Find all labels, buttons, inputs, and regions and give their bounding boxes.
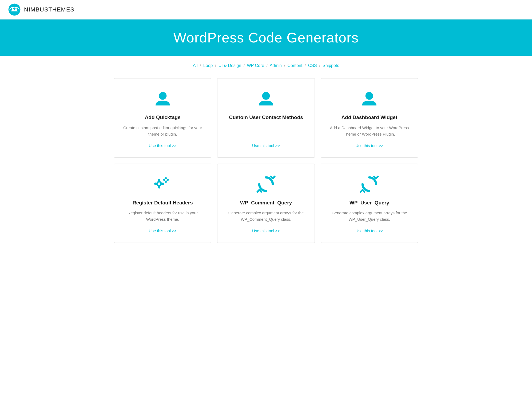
logo-bold: NIMBUS	[24, 6, 49, 13]
sep-6: /	[305, 63, 306, 68]
sep-5: /	[284, 63, 285, 68]
refresh-icon	[256, 175, 276, 194]
user-icon	[153, 89, 172, 108]
hero-title: WordPress Code Generators	[5, 30, 527, 46]
sep-2: /	[215, 63, 216, 68]
card-wp-user-query: WP_User_Query Generate complex argument …	[321, 164, 418, 243]
card-desc: Generate complex argument arrays for the…	[329, 210, 410, 223]
svg-rect-18	[163, 179, 165, 180]
filter-ui-design[interactable]: UI & Design	[219, 63, 241, 68]
card-custom-user-contact: Custom User Contact Methods Use this too…	[217, 78, 315, 158]
top-bar: NIMBUSTHEMES	[0, 0, 532, 19]
filter-nav: All / Loop / UI & Design / WP Core / Adm…	[0, 56, 532, 73]
card-title: WP_User_Query	[350, 200, 389, 206]
cards-grid: Add Quicktags Create custom post-editor …	[106, 78, 426, 243]
card-desc: Create custom post-editor quicktags for …	[122, 125, 203, 137]
card-link[interactable]: Use this tool >>	[252, 228, 280, 233]
logo-light: THEMES	[49, 6, 75, 13]
svg-point-3	[366, 92, 373, 100]
user-icon	[360, 89, 379, 108]
filter-admin[interactable]: Admin	[270, 63, 282, 68]
card-title: Add Dashboard Widget	[341, 114, 397, 121]
card-link[interactable]: Use this tool >>	[252, 143, 280, 148]
svg-rect-16	[165, 177, 166, 179]
refresh-icon	[360, 175, 379, 194]
svg-point-0	[9, 4, 21, 16]
card-desc: Generate complex argument arrays for the…	[225, 210, 306, 223]
filter-css[interactable]: CSS	[308, 63, 317, 68]
card-title: WP_Comment_Query	[240, 200, 292, 206]
card-link[interactable]: Use this tool >>	[355, 143, 383, 148]
svg-point-1	[159, 92, 166, 100]
card-link[interactable]: Use this tool >>	[149, 143, 177, 148]
card-link[interactable]: Use this tool >>	[355, 228, 383, 233]
svg-point-5	[158, 182, 160, 185]
svg-rect-17	[165, 181, 166, 183]
card-register-default-headers: Register Default Headers Register defaul…	[114, 164, 211, 243]
filter-content[interactable]: Content	[287, 63, 302, 68]
card-desc: Add a Dashboard Widget to your WordPress…	[329, 125, 410, 137]
svg-rect-19	[167, 179, 169, 180]
card-wp-comment-query: WP_Comment_Query Generate complex argume…	[217, 164, 315, 243]
card-title: Add Quicktags	[145, 114, 181, 121]
filter-snippets[interactable]: Snippets	[323, 63, 339, 68]
card-add-dashboard-widget: Add Dashboard Widget Add a Dashboard Wid…	[321, 78, 418, 158]
filter-loop[interactable]: Loop	[203, 63, 213, 68]
sep-3: /	[244, 63, 245, 68]
sep-7: /	[319, 63, 320, 68]
svg-point-2	[262, 92, 270, 100]
logo-text: NIMBUSTHEMES	[24, 6, 74, 13]
card-add-quicktags: Add Quicktags Create custom post-editor …	[114, 78, 211, 158]
card-title: Register Default Headers	[133, 200, 193, 206]
logo-icon	[8, 3, 21, 16]
svg-point-15	[165, 179, 166, 180]
filter-all[interactable]: All	[193, 63, 198, 68]
card-title: Custom User Contact Methods	[229, 114, 303, 121]
sep-4: /	[267, 63, 268, 68]
card-desc: Register default headers for use in your…	[122, 210, 203, 223]
gears-icon	[153, 175, 172, 194]
user-icon	[256, 89, 276, 108]
card-link[interactable]: Use this tool >>	[149, 228, 177, 233]
hero-banner: WordPress Code Generators	[0, 19, 532, 56]
sep-1: /	[200, 63, 201, 68]
filter-wp-core[interactable]: WP Core	[247, 63, 264, 68]
